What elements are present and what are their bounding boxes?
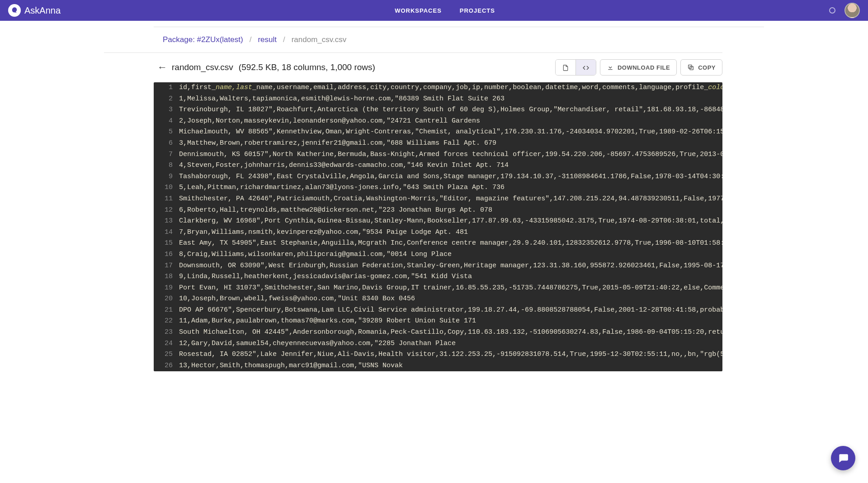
view-rendered-button[interactable]: [556, 60, 576, 76]
line-content: Smithchester, PA 42646",Patriciamouth,Cr…: [179, 194, 722, 205]
line-content: East Amy, TX 54905",East Stephanie,Angui…: [179, 238, 722, 249]
line-content: 4,Steven,Foster,johnharris,dennis33@edwa…: [179, 160, 722, 171]
code-line: 105,Leah,Pittman,richardmartinez,alan73@…: [154, 182, 722, 194]
line-content: Tashaborough, FL 24398",East Crystalvill…: [179, 171, 722, 183]
line-content: Trevinoburgh, IL 18027",Roachfurt,Antarc…: [179, 104, 722, 116]
topbar: AskAnna WORKSPACES PROJECTS: [0, 0, 868, 21]
code-line: 168,Craig,Williams,wilsonkaren,philipcra…: [154, 249, 722, 260]
line-content: 9,Linda,Russell,heatherkent,jessicadavis…: [179, 271, 722, 283]
line-number: 2: [154, 94, 179, 105]
line-content: 2,Joseph,Norton,masseykevin,leonanderson…: [179, 116, 722, 127]
line-content: 1,Melissa,Walters,tapiamonica,esmith@lew…: [179, 94, 722, 105]
line-number: 9: [154, 171, 179, 183]
code-line: 19Port Evan, HI 31073",Smithchester,San …: [154, 283, 722, 294]
code-line: 21DPO AP 66676",Spencerbury,Botswana,Lam…: [154, 305, 722, 316]
code-line: 2412,Gary,David,samuel54,cheyennecuevas@…: [154, 338, 722, 350]
line-number: 21: [154, 305, 179, 316]
code-line: 23South Michaelton, OH 42445",Andersonbo…: [154, 327, 722, 338]
code-line: 9Tashaborough, FL 24398",East Crystalvil…: [154, 171, 722, 183]
crumb-sep-icon: /: [250, 35, 252, 44]
back-arrow-icon[interactable]: ←: [157, 62, 167, 73]
line-number: 16: [154, 249, 179, 260]
line-content: Downsmouth, OR 63090",West Erinburgh,Rus…: [179, 260, 722, 272]
line-content: Rosestad, IA 02852",Lake Jennifer,Niue,A…: [179, 349, 722, 360]
avatar[interactable]: [844, 3, 860, 18]
view-source-button[interactable]: [576, 60, 596, 76]
line-content: DPO AP 66676",Spencerbury,Botswana,Lam L…: [179, 305, 722, 316]
crumb-sep-icon: /: [283, 35, 285, 44]
topbar-right: [829, 3, 860, 18]
file-actions: DOWNLOAD FILE COPY: [555, 59, 722, 76]
line-content: 8,Craig,Williams,wilsonkaren,philipcraig…: [179, 249, 722, 260]
line-content: 10,Joseph,Brown,wbell,fweiss@yahoo.com,"…: [179, 294, 722, 305]
line-number: 14: [154, 227, 179, 238]
line-number: 4: [154, 116, 179, 127]
file-header: ← random_csv.csv (592.5 KB, 18 columns, …: [104, 53, 722, 82]
line-number: 23: [154, 327, 179, 338]
crumb-file: random_csv.csv: [292, 35, 347, 44]
copy-button[interactable]: COPY: [680, 59, 722, 76]
brand[interactable]: AskAnna: [8, 4, 61, 17]
line-number: 20: [154, 294, 179, 305]
code-line: 17Downsmouth, OR 63090",West Erinburgh,R…: [154, 260, 722, 272]
crumb-package[interactable]: Package: #2ZUx(latest): [163, 35, 243, 44]
file-name: random_csv.csv: [172, 62, 233, 72]
line-number: 7: [154, 149, 179, 161]
view-mode-toggle: [555, 59, 596, 76]
line-number: 6: [154, 138, 179, 149]
code-line: 147,Bryan,Williams,nsmith,kevinperez@yah…: [154, 227, 722, 238]
code-line: 42,Joseph,Norton,masseykevin,leonanderso…: [154, 116, 722, 127]
line-number: 18: [154, 271, 179, 283]
line-number: 5: [154, 127, 179, 138]
nav-projects[interactable]: PROJECTS: [460, 7, 495, 14]
code-line: 25Rosestad, IA 02852",Lake Jennifer,Niue…: [154, 349, 722, 360]
line-number: 13: [154, 216, 179, 227]
main-nav: WORKSPACES PROJECTS: [61, 7, 829, 14]
code-line: 2613,Hector,Smith,thomaspugh,marc91@gmai…: [154, 360, 722, 372]
nav-workspaces[interactable]: WORKSPACES: [395, 7, 442, 14]
code-line: 189,Linda,Russell,heatherkent,jessicadav…: [154, 271, 722, 283]
code-icon: [582, 64, 590, 71]
code-viewer[interactable]: 1id,first_name,last_name,username,email,…: [154, 82, 722, 371]
code-line: 2010,Joseph,Brown,wbell,fweiss@yahoo.com…: [154, 294, 722, 305]
code-line: 13Clarkberg, WV 16968",Port Cynthia,Guin…: [154, 216, 722, 227]
line-number: 11: [154, 194, 179, 205]
code-line: 84,Steven,Foster,johnharris,dennis33@edw…: [154, 160, 722, 171]
crumb-result[interactable]: result: [258, 35, 277, 44]
line-number: 10: [154, 182, 179, 194]
line-number: 17: [154, 260, 179, 272]
line-content: Dennismouth, KS 60157",North Katherine,B…: [179, 149, 722, 161]
line-content: id,first_name,last_name,username,email,a…: [179, 82, 722, 94]
line-number: 22: [154, 316, 179, 327]
download-label: DOWNLOAD FILE: [618, 64, 670, 71]
line-number: 12: [154, 205, 179, 216]
code-line: 15East Amy, TX 54905",East Stephanie,Ang…: [154, 238, 722, 249]
brand-name: AskAnna: [24, 5, 61, 16]
download-icon: [607, 64, 614, 71]
brand-icon: [8, 4, 21, 17]
code-line: 126,Roberto,Hall,treynolds,matthew28@dic…: [154, 205, 722, 216]
tab-strip: [154, 21, 764, 27]
line-content: 7,Bryan,Williams,nsmith,kevinperez@yahoo…: [179, 227, 722, 238]
line-content: South Michaelton, OH 42445",Andersonboro…: [179, 327, 722, 338]
line-content: 12,Gary,David,samuel54,cheyennecuevas@ya…: [179, 338, 722, 350]
line-content: 13,Hector,Smith,thomaspugh,marc91@gmail.…: [179, 360, 722, 372]
code-line: 5Michaelmouth, WV 88565",Kennethview,Oma…: [154, 127, 722, 138]
breadcrumb: Package: #2ZUx(latest) / result / random…: [104, 27, 722, 53]
code-line: 21,Melissa,Walters,tapiamonica,esmith@le…: [154, 94, 722, 105]
code-line: 7Dennismouth, KS 60157",North Katherine,…: [154, 149, 722, 161]
code-line: 11Smithchester, PA 42646",Patriciamouth,…: [154, 194, 722, 205]
copy-label: COPY: [698, 64, 716, 71]
line-number: 3: [154, 104, 179, 116]
page: Package: #2ZUx(latest) / result / random…: [104, 21, 764, 371]
line-content: 3,Matthew,Brown,robertramirez,jennifer21…: [179, 138, 722, 149]
status-indicator-icon[interactable]: [829, 7, 835, 14]
line-number: 25: [154, 349, 179, 360]
line-number: 24: [154, 338, 179, 350]
document-icon: [562, 64, 569, 71]
download-button[interactable]: DOWNLOAD FILE: [600, 59, 677, 76]
code-line: 3Trevinoburgh, IL 18027",Roachfurt,Antar…: [154, 104, 722, 116]
code-line: 63,Matthew,Brown,robertramirez,jennifer2…: [154, 138, 722, 149]
line-content: Clarkberg, WV 16968",Port Cynthia,Guinea…: [179, 216, 722, 227]
line-number: 8: [154, 160, 179, 171]
